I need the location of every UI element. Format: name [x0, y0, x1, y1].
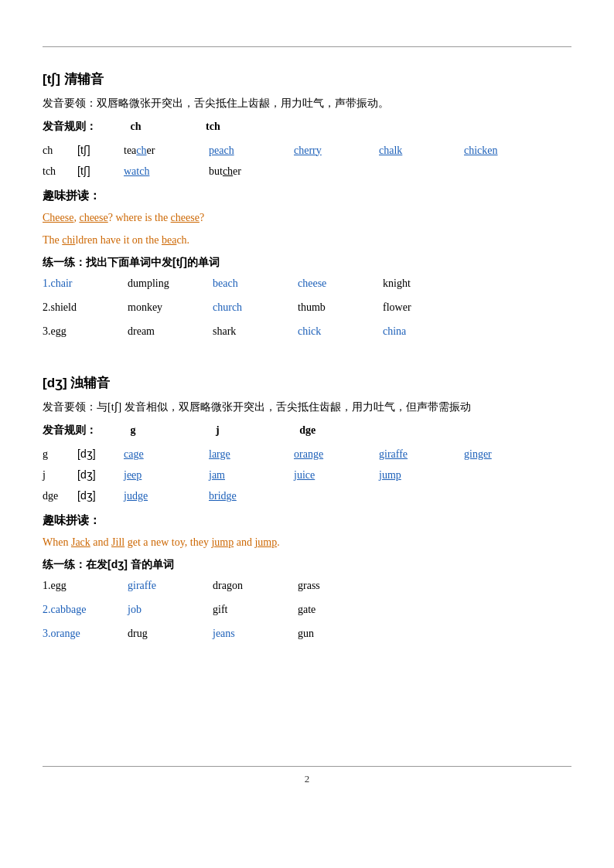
fun-read-line1: Cheese, cheese? where is the cheese?	[43, 208, 571, 227]
p3-5: china	[383, 322, 468, 342]
p2-r1-3: dragon	[213, 576, 298, 597]
g-ipa: [dʒ]	[77, 444, 124, 464]
p2-r2-4: gate	[298, 600, 383, 621]
p3-3: shark	[213, 322, 298, 342]
fun-read-block2: When Jack and Jill get a new toy, they j…	[43, 533, 571, 552]
jump2-underline: jump	[254, 536, 277, 548]
word-bridge: bridge	[209, 486, 294, 505]
tch-row: tch [tʃ] watch butcher	[43, 162, 571, 181]
word-jeep: jeep	[124, 465, 209, 485]
p2-4: thumb	[298, 298, 383, 318]
word-cherry: cherry	[294, 141, 379, 160]
p2-r2-2: job	[128, 600, 213, 621]
word-cage: cage	[124, 444, 209, 464]
section-gap	[43, 356, 571, 374]
cheese2: cheese	[79, 212, 107, 223]
rule2-tch: tch	[206, 121, 220, 132]
p2-r2-3: gift	[213, 600, 298, 621]
p2-r1-2: giraffe	[128, 576, 213, 597]
p2-3: church	[213, 298, 298, 318]
fun-read-label1: 趣味拼读：	[43, 189, 571, 203]
p3-4: chick	[298, 322, 383, 342]
practice-row1-3: 3.egg dream shark chick china	[43, 322, 571, 342]
g-words: cage large orange giraffe ginger	[124, 444, 549, 464]
section-tch: [tʃ] 清辅音 发音要领：双唇略微张开突出，舌尖抵住上齿龈，用力吐气，声带振动…	[43, 70, 571, 342]
p3-1: 3.egg	[43, 322, 128, 342]
tch-words: watch butcher	[124, 162, 294, 181]
j-ipa: [dʒ]	[77, 465, 124, 485]
p2-r3-3: jeans	[213, 624, 298, 645]
page-number: 2	[43, 773, 571, 785]
p3-2: dream	[128, 322, 213, 342]
ch-words: teacher peach cherry chalk chicken	[124, 141, 549, 160]
tch-ipa: [tʃ]	[77, 162, 124, 181]
p2-2: monkey	[128, 298, 213, 318]
word-butcher: butcher	[209, 162, 294, 181]
p2-5: flower	[383, 298, 468, 318]
word-ginger: ginger	[464, 444, 549, 464]
rules-label: 发音规则：	[43, 120, 97, 132]
dge-prefix: dge	[43, 486, 77, 505]
p1-4: cheese	[298, 274, 383, 294]
section2-desc: 发音要领：与[tʃ] 发音相似，双唇略微张开突出，舌尖抵住齿龈，用力吐气，但声带…	[43, 398, 571, 417]
ch-ipa: [tʃ]	[77, 141, 124, 160]
word-jump: jump	[379, 465, 464, 485]
practice2-row1: 1.egg giraffe dragon grass	[43, 576, 571, 597]
section-dʒ: [dʒ] 浊辅音 发音要领：与[tʃ] 发音相似，双唇略微张开突出，舌尖抵住齿龈…	[43, 374, 571, 644]
p2-r3-1: 3.orange	[43, 624, 128, 645]
bottom-border	[43, 766, 571, 767]
word-watch: watch	[124, 162, 209, 181]
practice2-row2: 2.cabbage job gift gate	[43, 600, 571, 621]
practice2-row3: 3.orange drug jeans gun	[43, 624, 571, 645]
fun-read-line2: The children have it on the beach.	[43, 230, 571, 250]
word-teacher: teacher	[124, 141, 209, 160]
g-prefix: g	[43, 444, 77, 464]
p2-r3-2: drug	[128, 624, 213, 645]
rule2-dge: dge	[299, 424, 316, 436]
p2-r1-4: grass	[298, 576, 383, 597]
fun-read-label2: 趣味拼读：	[43, 513, 571, 528]
section1-rules-header: 发音规则： ch tch	[43, 117, 571, 136]
j-row: j [dʒ] jeep jam juice jump	[43, 465, 571, 485]
word-juice: juice	[294, 465, 379, 485]
top-border	[43, 46, 571, 47]
rule2-j: j	[216, 424, 220, 436]
bea-underline: bea	[162, 234, 176, 246]
jack-underline: Jack	[71, 536, 90, 548]
dge-row: dge [dʒ] judge bridge	[43, 486, 571, 505]
section1-desc: 发音要领：双唇略微张开突出，舌尖抵住上齿龈，用力吐气，声带振动。	[43, 94, 571, 113]
fun-read-block1: Cheese, cheese? where is the cheese? The…	[43, 208, 571, 250]
cheese3: cheese	[171, 212, 200, 223]
g-row: g [dʒ] cage large orange giraffe ginger	[43, 444, 571, 464]
chi-underline: chi	[62, 234, 75, 246]
tch-prefix: tch	[43, 162, 77, 181]
p2-1: 2.shield	[43, 298, 128, 318]
word-judge: judge	[124, 486, 209, 505]
section1-title: [tʃ] 清辅音	[43, 70, 571, 88]
dge-ipa: [dʒ]	[77, 486, 124, 505]
word-chicken: chicken	[464, 141, 549, 160]
cheese1: Cheese	[43, 212, 73, 223]
word-orange: orange	[294, 444, 379, 464]
word-jam: jam	[209, 465, 294, 485]
section2-title: [dʒ] 浊辅音	[43, 374, 571, 392]
p1-1: 1.chair	[43, 274, 128, 294]
word-teacher-ch: ch	[136, 145, 146, 156]
p1-3: beach	[213, 274, 298, 294]
word-peach: peach	[209, 141, 294, 160]
section2-rules-header: 发音规则： g j dge	[43, 421, 571, 440]
j-prefix: j	[43, 465, 77, 485]
practice-label1: 练一练：找出下面单词中发[tʃ]的单词	[43, 256, 571, 270]
p2-r3-4: gun	[298, 624, 383, 645]
word-giraffe: giraffe	[379, 444, 464, 464]
ch-prefix: ch	[43, 141, 77, 160]
practice-row1-2: 2.shield monkey church thumb flower	[43, 298, 571, 318]
p1-2: dumpling	[128, 274, 213, 294]
jump1-underline: jump	[211, 536, 234, 548]
word-butcher-ch: ch	[223, 165, 233, 177]
p1-5: knight	[383, 274, 468, 294]
practice-label2: 练一练：在发[dʒ] 音的单词	[43, 558, 571, 572]
dge-words: judge bridge	[124, 486, 294, 505]
word-large: large	[209, 444, 294, 464]
p2-r1-1: 1.egg	[43, 576, 128, 597]
